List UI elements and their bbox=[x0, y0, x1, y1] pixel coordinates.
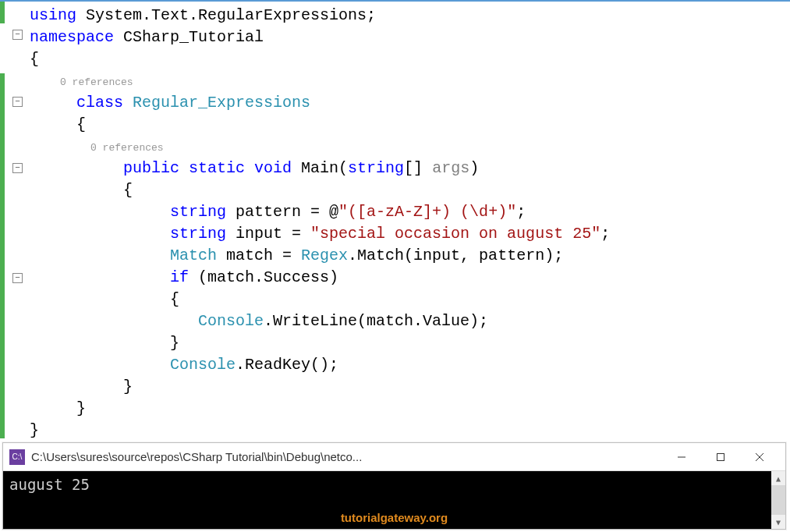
keyword-if: if bbox=[170, 268, 189, 286]
output-text: august 25 bbox=[9, 476, 90, 493]
text: .WriteLine(match.Value); bbox=[264, 312, 488, 330]
svg-rect-1 bbox=[717, 453, 724, 460]
fold-toggle-icon[interactable] bbox=[12, 30, 23, 40]
method-name: Main( bbox=[292, 159, 348, 177]
window-title: C:\Users\sures\source\repos\CSharp Tutor… bbox=[31, 450, 362, 463]
scrollbar[interactable]: ▲ ▼ bbox=[771, 471, 785, 529]
scroll-track[interactable] bbox=[771, 485, 785, 515]
keyword-string: string bbox=[170, 225, 226, 243]
parameter-name: args bbox=[432, 159, 469, 177]
class-name: Regular_Expressions bbox=[123, 94, 310, 112]
type-match: Match bbox=[170, 246, 217, 264]
text: ; bbox=[600, 225, 610, 243]
string-literal: @"([a-zA-Z]+) (\d+)" bbox=[329, 203, 516, 221]
console-window: C:\ C:\Users\sures\source\repos\CSharp T… bbox=[2, 442, 786, 530]
brace: { bbox=[123, 181, 133, 199]
keyword-class: class bbox=[76, 94, 123, 112]
text: match = bbox=[217, 246, 301, 264]
brace: } bbox=[30, 421, 39, 439]
keyword-namespace: namespace bbox=[30, 28, 114, 46]
scroll-down-icon[interactable]: ▼ bbox=[771, 515, 785, 529]
brace: { bbox=[170, 290, 179, 308]
maximize-button[interactable] bbox=[701, 443, 740, 471]
fold-toggle-icon[interactable] bbox=[12, 97, 23, 107]
text: ; bbox=[516, 203, 526, 221]
watermark-text: tutorialgateway.org bbox=[341, 511, 448, 524]
keyword-using: using bbox=[30, 6, 76, 24]
code-content[interactable]: using System.Text.RegularExpressions; na… bbox=[30, 2, 790, 445]
namespace-name: CSharp_Tutorial bbox=[114, 28, 264, 46]
scroll-up-icon[interactable]: ▲ bbox=[771, 471, 785, 485]
console-output[interactable]: august 25 tutorialgateway.org ▲ ▼ bbox=[3, 471, 785, 529]
brace: } bbox=[170, 334, 179, 352]
brace: { bbox=[76, 115, 86, 133]
text: input = bbox=[226, 225, 310, 243]
keyword-public: public bbox=[123, 159, 179, 177]
text: ) bbox=[469, 159, 479, 177]
type-console: Console bbox=[170, 356, 236, 374]
string-literal: "special occasion on august 25" bbox=[310, 225, 600, 243]
brace: } bbox=[123, 378, 133, 395]
minimize-button[interactable] bbox=[662, 443, 701, 471]
code-editor[interactable]: using System.Text.RegularExpressions; na… bbox=[0, 0, 790, 445]
console-icon: C:\ bbox=[9, 449, 25, 465]
text: .ReadKey(); bbox=[236, 356, 338, 374]
titlebar[interactable]: C:\ C:\Users\sures\source\repos\CSharp T… bbox=[3, 443, 785, 471]
type-regex: Regex bbox=[301, 246, 348, 264]
codelens-references[interactable]: 0 references bbox=[30, 76, 133, 88]
fold-toggle-icon[interactable] bbox=[12, 273, 23, 283]
change-indicator bbox=[0, 73, 5, 438]
text: .Match(input, pattern); bbox=[348, 246, 563, 264]
close-button[interactable] bbox=[740, 443, 779, 471]
text: [] bbox=[404, 159, 432, 177]
text: pattern = bbox=[226, 203, 329, 221]
text: (match.Success) bbox=[189, 268, 338, 286]
keyword-static: static bbox=[179, 159, 245, 177]
keyword-string: string bbox=[348, 159, 404, 177]
brace: { bbox=[30, 50, 39, 68]
change-indicator bbox=[0, 2, 5, 23]
fold-toggle-icon[interactable] bbox=[12, 163, 23, 173]
keyword-void: void bbox=[245, 159, 292, 177]
editor-gutter bbox=[0, 2, 30, 445]
namespace-path: System.Text.RegularExpressions; bbox=[76, 6, 376, 24]
brace: } bbox=[76, 399, 86, 417]
keyword-string: string bbox=[170, 203, 226, 221]
type-console: Console bbox=[198, 312, 264, 330]
codelens-references[interactable]: 0 references bbox=[30, 142, 164, 154]
